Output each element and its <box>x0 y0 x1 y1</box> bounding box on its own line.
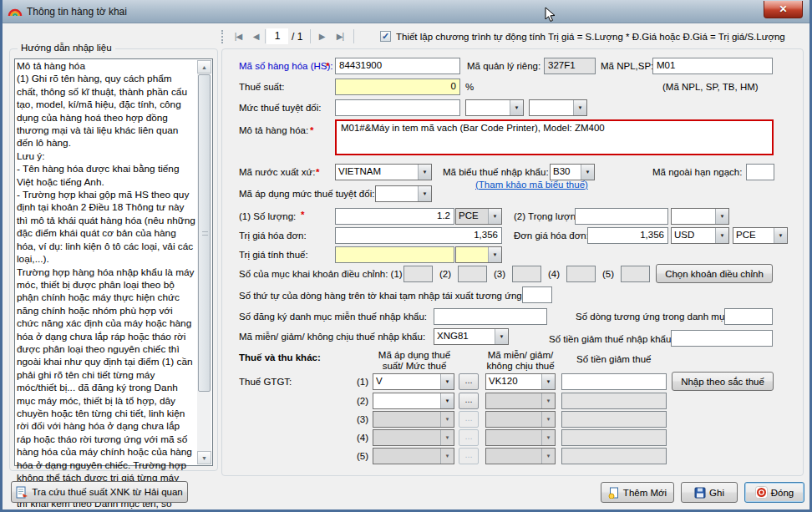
checkbox-check-icon: ✓ <box>382 31 389 41</box>
vat-rate-combobox-4: ▼ <box>373 429 454 446</box>
dropdown-icon: ▼ <box>715 209 728 224</box>
close-dialog-button[interactable]: Đóng <box>744 482 804 503</box>
guide-text: Mô tả hàng hóa (1) Ghi rõ tên hàng, quy … <box>17 60 195 512</box>
dropdown-icon: ▼ <box>510 100 523 115</box>
hs-required-mark: * <box>326 61 329 71</box>
tariff-combobox[interactable]: B30▼ <box>550 164 595 180</box>
vat-exempt-combobox-2: ▼ <box>485 393 556 409</box>
origin-combobox[interactable]: VIETNAM▼ <box>335 164 432 180</box>
exempt-code-column-header: Mã miễn/ giảm/ không chịu thuế <box>475 350 566 372</box>
taxable-value-label: Trị giá tính thuế: <box>239 250 308 260</box>
vat-row-index: (4) <box>357 433 368 443</box>
temp-import-line-label: Số thứ tự của dòng hàng trên tờ khai tạm… <box>239 291 525 301</box>
fill-by-tax-type-button[interactable]: Nhập theo sắc thuế <box>672 372 774 391</box>
vat-browse-button-1[interactable]: ... <box>459 373 479 390</box>
adjustment-3-label: (3) <box>494 269 505 279</box>
dropdown-icon: ▼ <box>440 449 454 464</box>
npl-code-input[interactable]: M01 <box>652 58 773 74</box>
dropdown-icon: ▼ <box>541 430 555 445</box>
page-number-input[interactable]: 1 <box>266 28 288 44</box>
dropdown-icon: ▼ <box>418 186 431 201</box>
absolute-tax-unit1-combobox[interactable]: ▼ <box>465 99 524 116</box>
guide-group-title: Hướng dẫn nhập liệu <box>18 43 115 53</box>
weight-unit-combobox[interactable]: ▼ <box>671 208 729 225</box>
dropdown-icon: ▼ <box>488 247 501 262</box>
quota-input[interactable] <box>746 164 774 180</box>
tariff-reference-link[interactable]: (Tham khảo mã biểu thuế) <box>475 180 588 190</box>
vat-browse-button-2[interactable]: ... <box>459 393 479 409</box>
tax-rate-input[interactable]: 0 <box>335 79 460 95</box>
price-unit-combobox[interactable]: PCE▼ <box>733 227 788 244</box>
quantity-unit-combobox[interactable]: PCE▼ <box>455 208 502 225</box>
dropdown-icon: ▼ <box>440 430 454 445</box>
nav-first-button[interactable]: |◀ <box>230 29 246 44</box>
vat-label: Thuế GTGT: <box>239 377 292 387</box>
other-taxes-title: Thuế và thu khác: <box>239 352 321 362</box>
guide-scrollbar[interactable]: ▲ ▼ <box>197 60 211 464</box>
nav-prev-button[interactable]: ◀ <box>249 29 262 44</box>
hs-code-label: Mã số hàng hóa (HS): <box>239 61 333 71</box>
tax-rate-unit-label: % <box>465 82 474 92</box>
list-line-input[interactable] <box>724 308 773 325</box>
dropdown-icon: ▼ <box>541 393 555 408</box>
toolbar-separator <box>265 29 266 43</box>
invoice-value-input[interactable]: 1,356 <box>335 227 502 244</box>
save-button[interactable]: Ghi <box>681 482 738 503</box>
title-bar[interactable]: Thông tin hàng tờ khai ✕ <box>0 0 812 23</box>
vat-browse-button-5: ... <box>459 448 479 464</box>
exempt-code-combobox[interactable]: XNG81▼ <box>434 328 509 345</box>
vat-exempt-combobox-4: ▼ <box>485 429 556 446</box>
absolute-tax-input[interactable] <box>335 99 460 116</box>
duty-free-list-input[interactable] <box>434 308 547 325</box>
nav-last-button[interactable]: ▶| <box>332 29 348 44</box>
duty-free-list-label: Số đăng ký danh mục miễn thuế nhập khẩu: <box>239 312 427 322</box>
vat-row-index: (2) <box>357 396 368 406</box>
nav-next-button[interactable]: ▶ <box>315 29 328 44</box>
absolute-tax-code-combobox[interactable]: ▼ <box>375 185 432 202</box>
save-label: Ghi <box>709 488 724 498</box>
scroll-up-icon[interactable]: ▲ <box>197 60 211 74</box>
description-textarea[interactable]: M01#&Máy in tem mã vach (Bar Code Printe… <box>335 119 774 155</box>
dropdown-icon: ▼ <box>573 100 586 115</box>
vat-amount-input-1[interactable] <box>561 373 667 390</box>
taxable-value-input[interactable] <box>335 246 454 263</box>
rate-code-column-header: Mã áp dụng thuế suất/ Mức thuế <box>364 350 464 372</box>
vat-exempt-combobox-1[interactable]: VK120▼ <box>485 373 556 390</box>
unit-price-input[interactable]: 1,356 <box>587 227 668 244</box>
app-icon <box>8 4 23 18</box>
origin-label: Mã nước xuất xứ: <box>239 167 315 177</box>
absolute-tax-unit2-combobox[interactable]: ▼ <box>529 99 587 116</box>
window-title: Thông tin hàng tờ khai <box>27 6 127 18</box>
guide-textarea[interactable]: Mô tả hàng hóa (1) Ghi rõ tên hàng, quy … <box>14 58 213 466</box>
close-window-button[interactable]: ✕ <box>764 1 803 18</box>
tax-rate-label: Thuế suất: <box>239 82 284 92</box>
add-new-button[interactable]: Thêm Mới <box>601 482 674 503</box>
taxable-value-unit-combobox[interactable]: ▼ <box>455 246 502 263</box>
adjustment-4-field <box>566 266 596 282</box>
vat-rate-combobox-2[interactable]: ▼ <box>373 393 454 409</box>
lookup-tax-rate-button[interactable]: Tra cứu thuế suất XNK từ Hải quan <box>11 481 188 503</box>
reduce-amount-input[interactable] <box>671 330 773 347</box>
save-icon <box>694 487 706 499</box>
dropdown-icon: ▼ <box>418 165 431 180</box>
vat-rate-combobox-1[interactable]: V▼ <box>373 373 454 390</box>
page-total-label: / 1 <box>292 31 302 43</box>
adjustment-2-field <box>458 266 487 282</box>
auto-calc-checkbox[interactable]: ✓ <box>380 31 391 42</box>
dropdown-icon: ▼ <box>440 374 454 389</box>
npl-code-label: Mã NPL,SP: <box>601 61 653 71</box>
hs-code-input[interactable]: 84431900 <box>335 58 460 74</box>
choose-adjustment-button[interactable]: Chọn khoản điều chỉnh <box>656 264 773 283</box>
reduce-amount-column-header: Số tiền giảm thuế <box>576 354 668 365</box>
scrollbar-thumb[interactable] <box>198 74 211 392</box>
currency-combobox[interactable]: USD▼ <box>671 227 729 244</box>
vat-exempt-combobox-3: ▼ <box>485 411 556 428</box>
temp-import-line-input[interactable] <box>522 286 552 303</box>
quantity-input[interactable]: 1.2 <box>335 208 454 225</box>
scroll-down-icon[interactable]: ▼ <box>197 451 211 464</box>
dropdown-icon: ▼ <box>440 393 454 408</box>
dropdown-icon: ▼ <box>488 209 501 224</box>
vat-amount-input-4 <box>561 429 667 446</box>
description-label: Mô tả hàng hóa: <box>239 125 308 135</box>
weight-input[interactable] <box>575 208 668 225</box>
